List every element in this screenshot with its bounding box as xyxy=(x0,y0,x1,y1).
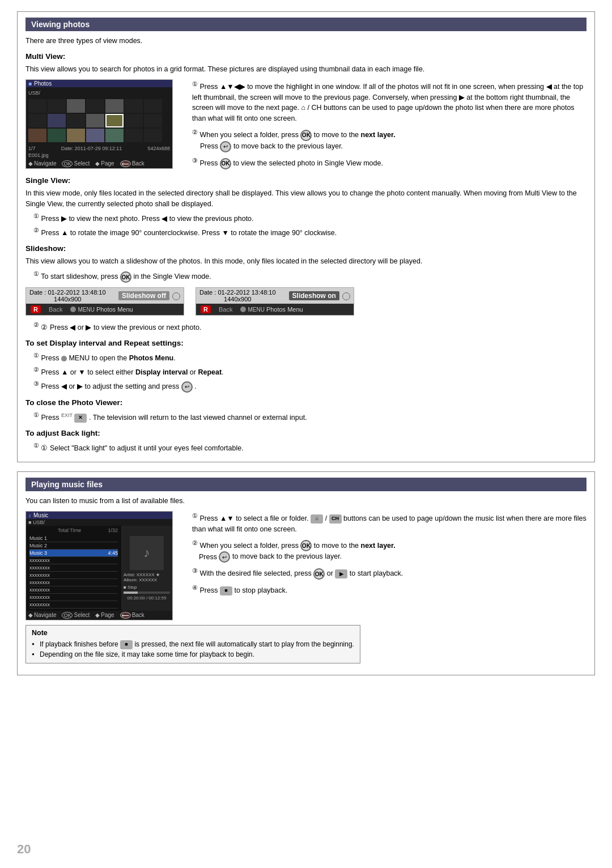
viewing-photos-header: Viewing photos xyxy=(26,18,586,31)
menu-dot-icon-on xyxy=(240,307,246,312)
ok-button-icon: OK xyxy=(300,130,312,141)
slideshow-on-box: Date : 01-22-2012 13:48:10 1440x900 Slid… xyxy=(196,287,354,316)
music-nav-select: OKSelect xyxy=(62,612,90,619)
photo-row-2 xyxy=(28,114,170,127)
photo-grid xyxy=(26,97,172,144)
music-instructions: ① Press ▲▼ to select a file or folder. ⌂… xyxy=(184,511,586,597)
slideshow-off-bottom: R Back MENU Photos Menu xyxy=(26,304,184,315)
music-progress-bar xyxy=(124,592,170,594)
slideshow-on-top: Date : 01-22-2012 13:48:10 1440x900 Slid… xyxy=(196,288,354,304)
slideshow-circle-icon xyxy=(172,292,180,300)
menu-button-off: MENU Photos Menu xyxy=(70,306,133,313)
music-track-8: xxxxxxxx xyxy=(29,586,118,594)
music-track-6: xxxxxxxx xyxy=(29,572,118,579)
multi-view-section: Multi View: This view allows you to sear… xyxy=(26,51,586,171)
photo-thumb xyxy=(67,99,85,113)
page-number: 20 xyxy=(17,842,31,857)
playing-music-section: Playing music files You can listen to mu… xyxy=(17,471,595,675)
return-icon-music: ↩ xyxy=(219,551,230,563)
slideshow-section: Slideshow: This view allows you to watch… xyxy=(26,243,586,333)
music-screenshot: ♪ Music ■ USB/ Total Time 1/32 xyxy=(26,511,173,620)
slideshow-off-resolution: 1440x900 xyxy=(29,296,106,303)
photo-row-1 xyxy=(28,99,170,113)
multi-view-description: This view allows you to search for photo… xyxy=(26,64,586,75)
music-track-10: xxxxxxxx xyxy=(29,601,118,609)
photo-thumb xyxy=(86,129,104,142)
photo-thumb xyxy=(144,99,162,113)
music-nav-navigate: ◆Navigate xyxy=(28,612,56,619)
slideshow-off-box: Date : 01-22-2012 13:48:10 1440x900 Slid… xyxy=(26,287,184,316)
multi-view-instruction-3: ③ Press OK to view the selected photo in… xyxy=(192,156,586,169)
photo-screen-header: ■ Photos xyxy=(26,80,172,87)
single-view-title: Single View: xyxy=(26,175,586,186)
nav-select: OKSelect xyxy=(62,160,90,167)
music-info: Artist: XXXXXX ★ Album: XXXXXX ■ Stop xyxy=(124,572,170,590)
photo-thumb xyxy=(48,114,66,127)
note-item-2: Depending on the file size, it may take … xyxy=(32,649,354,659)
slideshow-title: Slideshow: xyxy=(26,243,586,254)
music-instruction-3: ③ With the desired file selected, press … xyxy=(192,566,586,580)
music-list-area: Total Time 1/32 Music 1 Music 2 xyxy=(26,526,121,611)
playing-music-intro: You can listen to music from a list of a… xyxy=(26,496,586,507)
music-track-7: xxxxxxxx xyxy=(29,579,118,586)
play-btn-icon: ▶ xyxy=(335,569,347,578)
back-label-on: Back xyxy=(219,306,232,313)
stop-icon-note: ■ xyxy=(120,640,133,649)
photo-nav-bar: ◆Navigate OKSelect ◆Page ⟵Back xyxy=(26,159,172,168)
return-icon: ↩ xyxy=(220,141,231,152)
photo-thumb xyxy=(105,129,124,142)
photo-icon: ■ xyxy=(28,80,32,87)
photo-thumb xyxy=(67,114,85,127)
menu-icon xyxy=(61,356,67,361)
slideshow-off-date: Date : 01-22-2012 13:48:10 xyxy=(29,289,106,296)
photo-thumb xyxy=(67,129,85,142)
close-photo-section: To close the Photo Viewer: ① Press EXIT … xyxy=(26,397,586,423)
photo-thumb xyxy=(48,99,66,113)
photo-thumb xyxy=(48,129,66,142)
music-instruction-2: ② When you select a folder, press OK to … xyxy=(192,538,586,563)
note-item-1: If playback finishes before ■ If playbac… xyxy=(32,639,354,649)
photo-thumb xyxy=(144,114,162,127)
ch-up-icon: ⌂ xyxy=(311,514,323,524)
music-nav-bar: ◆Navigate OKSelect ◆Page ⟵Back xyxy=(26,611,172,620)
return-icon-2: ↩ xyxy=(181,381,193,393)
close-photo-title: To close the Photo Viewer: xyxy=(26,397,586,409)
music-list-header: Total Time 1/32 xyxy=(27,527,120,534)
music-nav-back: ⟵Back xyxy=(120,612,144,619)
stop-btn-icon: ■ xyxy=(220,586,232,595)
exit-label: EXIT xyxy=(61,412,73,420)
music-nav-page: ◆Page xyxy=(95,612,114,619)
back-label-off: Back xyxy=(49,306,62,313)
music-track-2: Music 2 xyxy=(29,542,118,550)
music-stop-label: ■ Stop xyxy=(124,585,170,590)
photo-thumb xyxy=(125,99,143,113)
slideshow-boxes-container: Date : 01-22-2012 13:48:10 1440x900 Slid… xyxy=(26,287,586,316)
viewing-photos-section: Viewing photos There are three types of … xyxy=(17,11,595,462)
photo-source: USB/ xyxy=(26,89,172,97)
ok-button-icon-2: OK xyxy=(220,158,231,169)
playing-music-header: Playing music files xyxy=(26,478,586,491)
multi-view-instructions: ① Press ▲▼◀▶ to move the highlight in on… xyxy=(184,79,586,171)
photo-thumb-selected xyxy=(105,114,124,127)
slideshow-instruction-1: ① To start slideshow, press OK in the Si… xyxy=(33,269,586,283)
viewing-photos-intro: There are three types of view modes. xyxy=(26,36,586,46)
photo-thumb xyxy=(28,99,46,113)
photo-page-info: 1/7 xyxy=(28,146,36,151)
music-instruction-1: ① Press ▲▼ to select a file or folder. ⌂… xyxy=(192,511,586,535)
music-player-panel: ♪ Artist: XXXXXX ★ Album: XXXXXX ■ S xyxy=(121,526,172,611)
music-artist: Artist: XXXXXX ★ xyxy=(124,572,170,577)
nav-back: ⟵Back xyxy=(120,160,144,167)
photo-thumb xyxy=(28,114,46,127)
display-interval-instruction-2: ② Press ▲ or ▼ to select either Display … xyxy=(33,365,586,378)
music-instruction-4: ④ Press ■ to stop playback. xyxy=(192,583,586,596)
photo-thumb xyxy=(125,114,143,127)
adjust-backlight-section: To adjust Back light: ① ① Select "Back l… xyxy=(26,428,586,454)
photo-thumb xyxy=(28,129,46,142)
close-photo-instruction: ① Press EXIT ✕ . The television will ret… xyxy=(33,410,586,423)
nav-navigate: ◆Navigate xyxy=(28,160,56,167)
display-interval-instruction-1: ① Press MENU to open the Photos Menu. xyxy=(33,351,586,364)
photo-row-3 xyxy=(28,129,170,142)
display-interval-section: To set Display interval and Repeat setti… xyxy=(26,338,586,393)
menu-dot-icon xyxy=(70,307,76,312)
music-screenshot-area: ♪ Music ■ USB/ Total Time 1/32 xyxy=(26,511,586,620)
